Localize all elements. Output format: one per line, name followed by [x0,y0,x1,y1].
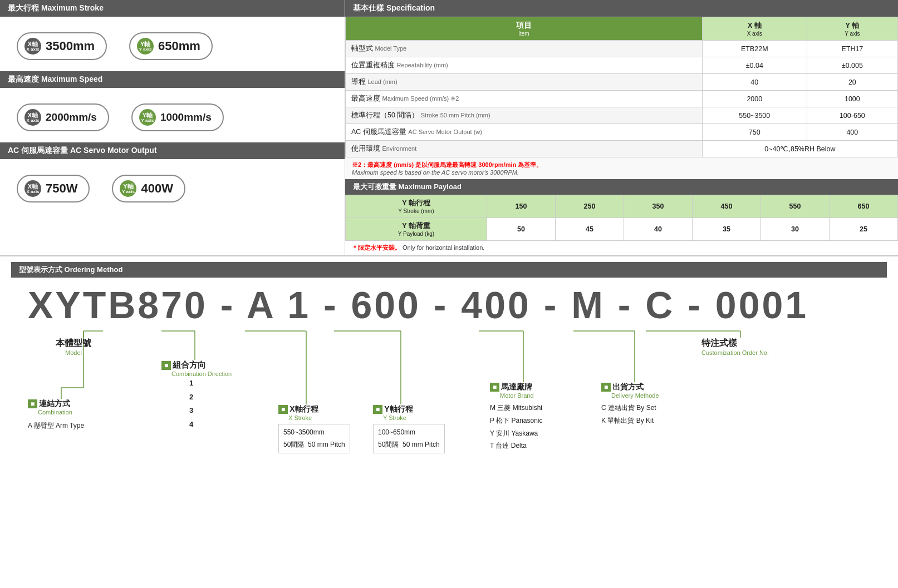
servo-y-badge: Y軸 Y axis 400W [112,175,185,202]
right-column: 基本仕樣 Specification 項目 Item X 軸 X axis [345,0,898,255]
speed-y-label: Y軸 Y axis [139,109,156,126]
col-item-en: Item [351,31,696,37]
main-container: 最大行程 Maximum Stroke X軸 X axis 3500mm Y軸 … [0,0,898,505]
payload-note: ＊限定水平安裝。 Only for horizontal installatio… [345,241,898,255]
label-x-stroke: ■ X軸行程 X Stroke 550~3500mm50間隔 50 mm Pit… [278,404,350,453]
col-y-cjk: Y 軸 [813,21,892,31]
y-axis-label: Y軸 Y axis [137,38,154,55]
speed-x-badge: X軸 X axis 2000mm/s [17,103,109,131]
payload-header: 最大可搬重量 Maximum Payload [345,179,898,195]
servo-header: AC 伺服馬達容量 AC Servo Motor Output [0,142,345,159]
label-combination-dir: ■ 組合方向 Combination Direction [161,360,232,377]
col-x-cjk: X 軸 [708,21,801,31]
ordering-header: 型號表示方式 Ordering Method [11,262,887,278]
label-y-stroke: ■ Y軸行程 Y Stroke 100~650mm50間隔 50 mm Pitc… [373,404,445,453]
col-item-cjk: 項目 [351,21,696,31]
spec-note: ※2：最高速度 (mm/s) 是以伺服馬達最高轉速 3000rpm/min 為基… [345,157,898,179]
direction-values: 1 2 3 4 [189,377,193,432]
x-axis-label: X軸 X axis [24,38,41,55]
stroke-y-value: 650mm [158,39,200,53]
left-column: 最大行程 Maximum Stroke X軸 X axis 3500mm Y軸 … [0,0,345,255]
col-y-header: Y 軸 Y axis [807,17,897,41]
servo-y-label: Y軸 Y axis [120,180,136,197]
servo-block: X軸 X axis 750W Y軸 Y axis 400W [0,159,345,214]
servo-y-value: 400W [141,181,173,196]
label-delivery: ■ 出貨方式 Delivery Methode C 連結出貨 By Set K … [601,382,659,427]
label-motor-brand: ■ 馬達廠牌 Motor Brand M 三菱 Mitsubishi P 松下 … [490,382,543,452]
servo-x-badge: X軸 X axis 750W [17,175,90,202]
col-x-header: X 軸 X axis [702,17,807,41]
col-item-header: 項目 Item [346,17,703,41]
spec-title: 基本仕樣 Specification [345,0,898,17]
x-axis-sub: X axis [26,47,39,52]
y-char: Y軸 [140,41,150,47]
note-cjk: ※2：最高速度 (mm/s) 是以伺服馬達最高轉速 3000rpm/min 為基… [352,161,542,168]
stroke-header: 最大行程 Maximum Stroke [0,0,345,17]
y-axis-sub: Y axis [139,47,152,52]
col-y-en: Y axis [813,31,892,37]
label-model: 本體型號 Model [56,338,91,356]
payload-note-en: Only for horizontal installation. [403,244,484,251]
stroke-y-badge: Y軸 Y axis 650mm [129,32,213,60]
ordering-code: XYTB870 - A 1 - 600 - 400 - M - C - 0001 [11,278,887,327]
servo-x-value: 750W [46,181,77,196]
col-x-en: X axis [708,31,801,37]
stroke-x-value: 3500mm [46,39,95,53]
x-char: X軸 [28,41,38,47]
label-custom: 特注式樣 Customization Order No. [701,338,769,356]
speed-block: X軸 X axis 2000mm/s Y軸 Y axis 1000mm/s [0,88,345,142]
speed-y-badge: Y軸 Y axis 1000mm/s [131,103,224,131]
ordering-section: 型號表示方式 Ordering Method XYTB870 - A 1 - 6… [0,255,898,505]
speed-x-label: X軸 X axis [24,109,41,126]
stroke-x-badge: X軸 X axis 3500mm [17,32,107,60]
top-section: 最大行程 Maximum Stroke X軸 X axis 3500mm Y軸 … [0,0,898,255]
speed-y-value: 1000mm/s [160,111,212,123]
note-en: Maximum speed is based on the AC servo m… [352,169,519,176]
ordering-diagram: 本體型號 Model ■ 組合方向 Combination Direction … [11,327,887,493]
stroke-block: X軸 X axis 3500mm Y軸 Y axis 650mm [0,17,345,71]
speed-header: 最高速度 Maximum Speed [0,71,345,88]
payload-note-cjk: ＊限定水平安裝。 [352,244,401,251]
spec-table: 項目 Item X 軸 X axis Y 軸 Y axis [345,17,898,157]
label-combination: ■ 連結方式 Combination A 懸臂型 Arm Type [28,399,84,432]
servo-x-label: X軸 X axis [24,180,41,197]
speed-x-value: 2000mm/s [46,111,97,123]
payload-table: Y 軸行程 Y Stroke (mm) 150250350450550650 Y… [345,195,898,241]
